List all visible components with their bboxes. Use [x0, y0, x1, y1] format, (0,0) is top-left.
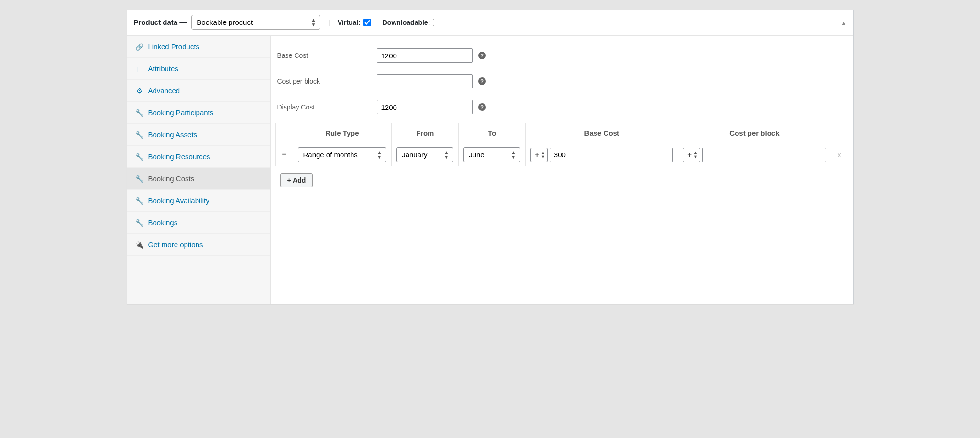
display-cost-label: Display Cost — [277, 103, 371, 111]
row-base-cost-input[interactable] — [550, 148, 673, 162]
sidebar-item-get-more-options[interactable]: 🔌 Get more options — [127, 234, 270, 256]
sidebar-item-booking-participants[interactable]: 🔧 Booking Participants — [127, 102, 270, 124]
table-header-row: Rule Type From To Base Cost Cost per blo… — [275, 123, 848, 143]
stepper-caret-icon: ▲▼ — [694, 151, 698, 159]
from-select[interactable]: January — [396, 147, 453, 162]
product-type-select-wrap: Bookable product ▲▼ — [191, 15, 320, 30]
sidebar: 🔗 Linked Products ▤ Attributes ⚙ Advance… — [127, 36, 271, 304]
product-type-select[interactable]: Bookable product — [191, 15, 320, 30]
col-to: To — [459, 123, 526, 143]
product-data-panel: Product data — Bookable product ▲▼ | Vir… — [127, 10, 854, 304]
add-rule-button[interactable]: + Add — [280, 173, 313, 187]
help-icon[interactable]: ? — [478, 77, 486, 85]
panel-header: Product data — Bookable product ▲▼ | Vir… — [127, 10, 853, 36]
col-drag — [275, 123, 293, 143]
sidebar-item-label: Advanced — [148, 87, 180, 95]
wrench-icon: 🔧 — [136, 109, 143, 117]
sidebar-item-label: Booking Resources — [148, 153, 210, 161]
add-row-container: + Add — [275, 166, 848, 194]
sidebar-item-advanced[interactable]: ⚙ Advanced — [127, 80, 270, 102]
panel-body: 🔗 Linked Products ▤ Attributes ⚙ Advance… — [127, 36, 853, 304]
divider: | — [328, 19, 330, 26]
cost-per-block-input[interactable] — [377, 74, 473, 88]
sidebar-item-label: Booking Costs — [148, 175, 195, 183]
plugin-icon: 🔌 — [136, 241, 143, 249]
cost-per-block-row: Cost per block ? — [275, 68, 848, 94]
col-from: From — [392, 123, 459, 143]
downloadable-checkbox[interactable] — [433, 19, 440, 26]
downloadable-checkbox-group[interactable]: Downloadable: — [383, 19, 441, 26]
remove-row-button[interactable]: x — [831, 143, 848, 166]
sidebar-item-bookings[interactable]: 🔧 Bookings — [127, 212, 270, 234]
op-sign: + — [685, 151, 694, 159]
content-pane: Base Cost ? Cost per block ? Display Cos… — [271, 36, 853, 304]
sidebar-item-booking-availability[interactable]: 🔧 Booking Availability — [127, 190, 270, 212]
collapse-toggle-icon[interactable]: ▲ — [841, 20, 847, 26]
sidebar-item-booking-costs[interactable]: 🔧 Booking Costs — [127, 168, 270, 190]
downloadable-label: Downloadable: — [383, 19, 430, 26]
table-row: ≡ Range of months ▲▼ — [275, 143, 848, 166]
sidebar-item-label: Attributes — [148, 65, 178, 73]
op-sign: + — [533, 151, 541, 159]
sidebar-item-label: Booking Assets — [148, 131, 198, 139]
virtual-label: Virtual: — [338, 19, 361, 26]
sidebar-item-label: Get more options — [148, 241, 203, 249]
display-cost-input[interactable] — [377, 100, 473, 114]
virtual-checkbox-group[interactable]: Virtual: — [338, 19, 371, 26]
sidebar-item-attributes[interactable]: ▤ Attributes — [127, 58, 270, 80]
cell-from: January ▲▼ — [392, 143, 459, 166]
base-cost-label: Base Cost — [277, 52, 371, 59]
sidebar-item-booking-assets[interactable]: 🔧 Booking Assets — [127, 124, 270, 146]
wrench-icon: 🔧 — [136, 197, 143, 205]
col-remove — [831, 123, 848, 143]
rule-type-select[interactable]: Range of months — [298, 147, 387, 162]
sidebar-item-booking-resources[interactable]: 🔧 Booking Resources — [127, 146, 270, 168]
sidebar-item-label: Linked Products — [148, 43, 200, 51]
gear-icon: ⚙ — [136, 87, 143, 95]
sidebar-item-label: Bookings — [148, 219, 178, 227]
col-base-cost: Base Cost — [526, 123, 678, 143]
virtual-checkbox[interactable] — [363, 19, 371, 26]
cost-per-block-op-stepper[interactable]: + ▲▼ — [683, 148, 700, 162]
cell-to: June ▲▼ — [459, 143, 526, 166]
base-cost-row: Base Cost ? — [275, 43, 848, 68]
base-cost-op-stepper[interactable]: + ▲▼ — [530, 148, 548, 162]
help-icon[interactable]: ? — [478, 103, 486, 111]
display-cost-row: Display Cost ? — [275, 94, 848, 120]
base-cost-input[interactable] — [377, 48, 473, 63]
col-rule-type: Rule Type — [293, 123, 392, 143]
wrench-icon: 🔧 — [136, 219, 143, 227]
cell-cost-per-block: + ▲▼ — [678, 143, 831, 166]
drag-handle-icon[interactable]: ≡ — [275, 143, 293, 166]
wrench-icon: 🔧 — [136, 175, 143, 183]
cell-base-cost: + ▲▼ — [526, 143, 678, 166]
cell-rule-type: Range of months ▲▼ — [293, 143, 392, 166]
wrench-icon: 🔧 — [136, 153, 143, 161]
help-icon[interactable]: ? — [478, 52, 486, 59]
cost-per-block-label: Cost per block — [277, 77, 371, 85]
link-icon: 🔗 — [136, 43, 143, 51]
list-icon: ▤ — [136, 65, 143, 73]
to-select[interactable]: June — [463, 147, 520, 162]
sidebar-item-label: Booking Availability — [148, 197, 209, 205]
row-cost-per-block-input[interactable] — [702, 148, 826, 162]
rules-table: Rule Type From To Base Cost Cost per blo… — [275, 123, 848, 166]
sidebar-item-label: Booking Participants — [148, 109, 214, 117]
wrench-icon: 🔧 — [136, 131, 143, 139]
stepper-caret-icon: ▲▼ — [541, 151, 545, 159]
col-cost-per-block: Cost per block — [678, 123, 831, 143]
panel-title: Product data — — [134, 18, 187, 26]
sidebar-item-linked-products[interactable]: 🔗 Linked Products — [127, 36, 270, 58]
